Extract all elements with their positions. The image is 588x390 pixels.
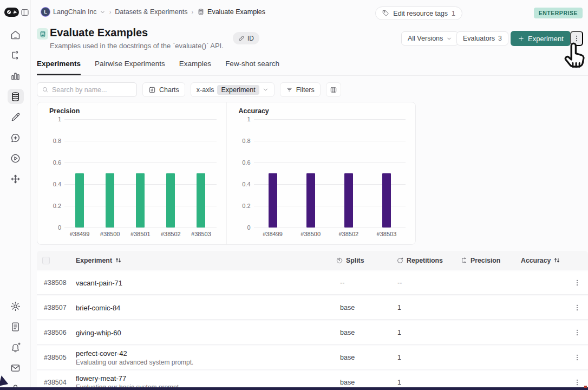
row-menu-button[interactable] <box>573 279 588 287</box>
experiment-name[interactable]: vacant-pain-71 <box>76 279 336 287</box>
x-tick-label: #38501 <box>130 227 151 239</box>
sidebar-item-monitoring[interactable] <box>8 68 24 83</box>
breadcrumb-section[interactable]: Datasets & Experiments <box>115 8 187 16</box>
header-more-menu-button[interactable] <box>570 31 583 46</box>
sidebar-item-settings[interactable] <box>8 298 24 314</box>
experiment-name[interactable]: brief-comic-84 <box>76 304 336 312</box>
experiments-table: Experiment Splits Repetitions Precision … <box>37 251 588 390</box>
y-tick-label: 0.4 <box>45 181 61 187</box>
bar-38501[interactable] <box>136 173 145 227</box>
splits-value: base <box>336 379 396 386</box>
table-row[interactable]: #38507brief-comic-84base1 <box>37 296 588 320</box>
bar-38503[interactable] <box>382 173 391 227</box>
plus-icon <box>518 35 525 42</box>
column-repetitions[interactable]: Repetitions <box>396 257 460 264</box>
y-tick-label: 0.8 <box>234 138 251 144</box>
row-menu-button[interactable] <box>573 354 588 361</box>
dataset-icon <box>37 28 48 40</box>
table-row[interactable]: #38505perfect-cover-42Evaluating our adv… <box>37 346 588 369</box>
tab-few-shot-search[interactable]: Few-shot search <box>225 60 279 75</box>
bar-38502[interactable] <box>166 173 175 227</box>
sidebar-item-deployments[interactable] <box>8 171 24 186</box>
xaxis-dropdown[interactable]: x-axis Experiment <box>191 82 275 97</box>
sidebar-item-playground[interactable] <box>8 151 24 166</box>
settings-icon <box>10 301 21 312</box>
column-precision[interactable]: Precision <box>460 257 521 264</box>
y-tick-label: 0.2 <box>45 203 61 209</box>
y-tick-label: 0 <box>234 224 251 231</box>
splits-value: base <box>336 304 396 311</box>
experiment-name[interactable]: giving-whip-60 <box>76 329 336 337</box>
columns-button[interactable] <box>326 82 341 97</box>
row-menu-button[interactable] <box>573 379 588 386</box>
org-switcher[interactable]: L LangChain Inc <box>41 7 106 17</box>
y-tick-label: 0.6 <box>45 159 61 166</box>
search-input[interactable] <box>52 86 128 94</box>
copy-id-button[interactable]: ID <box>233 32 259 44</box>
page-description: Examples used in the docstrings of the `… <box>50 42 224 50</box>
column-splits[interactable]: Splits <box>336 257 396 264</box>
bar-38502[interactable] <box>344 173 353 227</box>
search-box[interactable] <box>37 82 137 97</box>
charts-toggle-button[interactable]: Charts <box>142 82 185 97</box>
filters-button[interactable]: Filters <box>280 82 321 97</box>
sidebar-item-home[interactable] <box>8 27 24 42</box>
breadcrumb-page-group[interactable]: Evaluate Examples <box>197 8 265 16</box>
bar-38500[interactable] <box>106 173 114 227</box>
x-tick-label: #38503 <box>377 227 397 239</box>
sidebar-item-prompts[interactable] <box>8 130 24 145</box>
bar-38499[interactable] <box>269 173 277 227</box>
charts-panel: Precision00.20.40.60.81#38499#38500#3850… <box>37 102 416 245</box>
sidebar-item-docs[interactable] <box>8 319 24 334</box>
new-experiment-button[interactable]: Experiment <box>511 31 571 46</box>
y-tick-label: 0.4 <box>234 181 251 187</box>
select-all-checkbox[interactable] <box>42 257 50 264</box>
chart-icon <box>148 86 156 94</box>
column-accuracy[interactable]: Accuracy <box>521 257 573 264</box>
sidebar-item-annotation[interactable] <box>8 109 24 125</box>
experiment-name[interactable]: perfect-cover-42 <box>76 349 336 358</box>
bottom-strip <box>0 387 588 390</box>
row-menu-button[interactable] <box>573 329 588 336</box>
edit-tags-count: 1 <box>452 10 455 17</box>
breadcrumb-page: Evaluate Examples <box>207 8 265 16</box>
row-kebab-icon <box>573 379 581 386</box>
chart-accuracy: Accuracy00.20.40.60.81#38499#38500#38502… <box>226 102 416 244</box>
xaxis-label: x-axis <box>197 86 214 94</box>
sidebar-item-mail[interactable] <box>8 360 24 375</box>
sidebar-item-notifications[interactable] <box>8 340 24 355</box>
versions-label: All Versions <box>408 35 443 42</box>
experiment-id: #38507 <box>37 304 76 311</box>
splits-value: base <box>336 354 396 361</box>
recorder-widget[interactable] <box>4 8 19 17</box>
datasets-icon <box>10 91 21 102</box>
chevron-down-icon <box>100 9 106 15</box>
charts-label: Charts <box>159 86 179 94</box>
tab-experiments[interactable]: Experiments <box>37 60 81 75</box>
mail-icon <box>10 362 21 374</box>
tab-pairwise-experiments[interactable]: Pairwise Experiments <box>95 60 165 75</box>
sidebar-item-datasets[interactable] <box>8 89 24 104</box>
tracing-icon <box>10 50 21 61</box>
database-icon <box>197 8 205 16</box>
experiment-name[interactable]: flowery-meat-77 <box>76 374 336 382</box>
bar-38503[interactable] <box>197 173 205 227</box>
repetitions-icon <box>396 257 404 264</box>
table-row[interactable]: #38506giving-whip-60base1 <box>37 321 588 344</box>
edit-resource-tags-button[interactable]: Edit resource tags 1 <box>375 6 462 20</box>
column-experiment[interactable]: Experiment <box>76 257 336 264</box>
sidebar-item-tracing[interactable] <box>8 48 24 63</box>
versions-dropdown[interactable]: All Versions <box>401 31 459 46</box>
row-menu-button[interactable] <box>573 304 588 311</box>
tab-examples[interactable]: Examples <box>179 60 211 75</box>
evaluators-button[interactable]: Evaluators 3 <box>456 31 508 46</box>
row-kebab-icon <box>573 329 581 336</box>
filters-label: Filters <box>296 86 315 94</box>
link-icon <box>238 35 245 42</box>
bar-38500[interactable] <box>306 173 315 227</box>
table-row[interactable]: #38508vacant-pain-71---- <box>37 271 588 295</box>
playground-icon <box>10 153 21 164</box>
sort-icon <box>115 257 122 264</box>
collapse-sidebar-icon[interactable] <box>21 8 29 17</box>
bar-38499[interactable] <box>75 173 84 227</box>
